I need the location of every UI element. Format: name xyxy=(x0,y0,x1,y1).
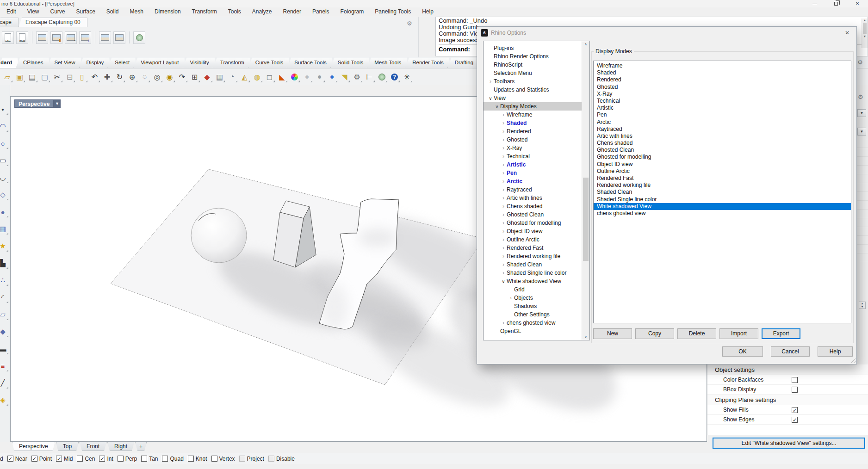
add-viewport-tab-icon[interactable]: + xyxy=(135,442,147,451)
menu-view[interactable]: View xyxy=(22,7,45,16)
mode-artistic[interactable]: Artistic xyxy=(594,105,851,111)
toolbar-tab-surface-tools[interactable]: Surface Tools xyxy=(287,58,333,68)
display-panel-combo-icon[interactable]: ▼ xyxy=(857,128,866,136)
mode-raytraced[interactable]: Raytraced xyxy=(594,126,851,133)
scrollbar-thumb[interactable] xyxy=(863,23,867,34)
sphere-icon[interactable]: ● xyxy=(0,206,8,217)
rotate-icon[interactable]: ◆ xyxy=(0,326,8,337)
cone-icon[interactable]: ◣ xyxy=(276,71,288,83)
mode-shaded[interactable]: Shaded xyxy=(594,69,851,76)
rotate-view-icon[interactable]: ↻ xyxy=(114,71,125,83)
explode-icon[interactable]: ★ xyxy=(0,241,8,252)
osnap-project-checkbox[interactable] xyxy=(239,456,245,462)
tree-item-display-modes[interactable]: ∨Display Modes xyxy=(484,102,582,111)
toolbar-tab-select[interactable]: Select xyxy=(107,58,136,68)
tree-item-chens-ghosted-view[interactable]: ›chens ghosted view xyxy=(484,319,582,327)
undo-icon[interactable]: ↶ xyxy=(89,71,100,83)
curve-edit-icon[interactable]: ◜ xyxy=(0,292,8,303)
osnap-near[interactable]: ✓Near xyxy=(7,456,27,462)
lock-icon[interactable]: ◻ xyxy=(264,71,275,83)
mode-artic-with-lines[interactable]: Artic with lines xyxy=(594,133,851,140)
tree-item-ghosted-clean[interactable]: ›Ghosted Clean xyxy=(484,210,582,219)
tree-item-rendered-fast[interactable]: ›Rendered Fast xyxy=(484,244,582,252)
tree-item-rhino-render-options[interactable]: Rhino Render Options xyxy=(484,52,582,61)
osnap-tan[interactable]: Tan xyxy=(141,456,158,462)
mode-outline-arctic[interactable]: Outline Arctic xyxy=(594,168,851,175)
osnap-mid[interactable]: ✓Mid xyxy=(56,456,73,462)
tree-item-rendered-working-file[interactable]: ›Rendered working file xyxy=(484,252,582,260)
cancel-button[interactable]: Cancel xyxy=(771,346,810,357)
dialog-title-bar[interactable]: 6 Rhino Options ✕ xyxy=(477,27,856,39)
osnap-cen-checkbox[interactable] xyxy=(77,456,83,462)
menu-help[interactable]: Help xyxy=(416,7,439,16)
command-scrollbar[interactable]: ▲ ▼ xyxy=(862,19,868,48)
tree-item-technical[interactable]: ›Technical xyxy=(484,152,582,160)
chevron-right-icon[interactable]: › xyxy=(500,153,507,160)
toolbar-tab-dard[interactable]: dard xyxy=(0,58,19,68)
capture-view-icon[interactable] xyxy=(36,31,48,44)
osnap-perp-checkbox[interactable] xyxy=(118,456,124,462)
chevron-right-icon[interactable]: › xyxy=(500,178,507,185)
tree-item-shadows[interactable]: Shadows xyxy=(484,302,582,310)
rectangle-icon[interactable]: ▭ xyxy=(0,155,8,166)
tree-item-shaded-clean[interactable]: ›Shaded Clean xyxy=(484,260,582,269)
show-edges-checkbox[interactable]: ✓ xyxy=(792,417,798,423)
viewport-layout-icon[interactable]: ⊞ xyxy=(189,71,200,83)
tree-item-toolbars[interactable]: ›Toolbars xyxy=(484,77,582,86)
color-wheel-icon[interactable] xyxy=(289,71,300,83)
mode-x-ray[interactable]: X-Ray xyxy=(594,91,851,98)
ghosted-sphere-icon[interactable]: ● xyxy=(314,71,325,83)
tree-item-x-ray[interactable]: ›X-Ray xyxy=(484,144,582,152)
point-icon[interactable]: • xyxy=(0,104,8,115)
tree-item-plug-ins[interactable]: Plug-ins xyxy=(484,44,582,52)
tree-item-updates-and-statistics[interactable]: Updates and Statistics xyxy=(484,86,582,94)
help-button[interactable]: Help xyxy=(818,346,853,357)
chevron-right-icon[interactable]: › xyxy=(500,270,507,276)
menu-solid[interactable]: Solid xyxy=(101,7,124,16)
trim-icon[interactable]: ▙ xyxy=(0,258,8,269)
capture-download-icon[interactable]: ↓ xyxy=(79,31,91,44)
restore-button[interactable] xyxy=(828,0,844,7)
save-icon[interactable]: ▣ xyxy=(14,71,25,83)
menu-fologram[interactable]: Fologram xyxy=(335,7,370,16)
help-icon[interactable]: ? xyxy=(389,71,400,83)
mode-rendered-working-file[interactable]: Rendered working file xyxy=(594,182,851,189)
delete-button[interactable]: Delete xyxy=(677,328,716,339)
extrude-icon[interactable]: ▬ xyxy=(0,343,8,354)
chevron-right-icon[interactable]: › xyxy=(500,253,507,259)
osnap-point[interactable]: ✓Point xyxy=(31,456,52,462)
menu-render[interactable]: Render xyxy=(278,7,307,16)
tree-item-ghosted[interactable]: ›Ghosted xyxy=(484,136,582,144)
display-panel-gear-icon[interactable]: ⚙ xyxy=(858,94,863,100)
toolbar-tab-set-view[interactable]: Set View xyxy=(47,58,81,68)
osnap-int-checkbox[interactable]: ✓ xyxy=(99,456,105,462)
surface-icon[interactable]: ◇ xyxy=(0,189,8,200)
viewport-tab-perspective[interactable]: Perspective xyxy=(12,442,55,451)
menu-paneling-tools[interactable]: Paneling Tools xyxy=(369,7,416,16)
chevron-right-icon[interactable]: › xyxy=(508,295,514,301)
zoom-selected-icon[interactable]: ◉ xyxy=(164,71,175,83)
chevron-right-icon[interactable]: › xyxy=(500,320,507,326)
ellipse-icon[interactable]: ○ xyxy=(0,138,8,149)
osnap-cen[interactable]: Cen xyxy=(77,456,95,462)
chevron-right-icon[interactable]: › xyxy=(500,211,507,218)
circle-tool-icon[interactable]: ◔ xyxy=(226,71,238,83)
menu-surface[interactable]: Surface xyxy=(71,7,101,16)
lightbulb-icon[interactable]: ◍ xyxy=(251,71,263,83)
mesh-icon[interactable]: ▦ xyxy=(0,223,8,234)
section-icon[interactable]: ≡ xyxy=(0,360,8,371)
tab-cape[interactable]: cape xyxy=(0,18,19,27)
osnap-knot[interactable]: Knot xyxy=(188,456,207,462)
tree-scrollbar[interactable]: ∧ ∨ xyxy=(582,41,589,340)
paste-icon[interactable]: ▯ xyxy=(76,71,88,83)
osnap-quad-checkbox[interactable] xyxy=(162,456,168,462)
chevron-right-icon[interactable]: › xyxy=(500,236,507,243)
chevron-right-icon[interactable]: › xyxy=(500,161,507,168)
enscape-batch-image-icon[interactable]: ▫ xyxy=(113,31,125,44)
scroll-up-icon[interactable]: ∧ xyxy=(582,42,589,46)
mode-rendered[interactable]: Rendered xyxy=(594,76,851,83)
zoom-window-icon[interactable]: ◌ xyxy=(139,71,150,83)
enscape-image-icon[interactable] xyxy=(99,31,111,44)
exe-standalone-icon[interactable]: EXE xyxy=(2,31,14,44)
ok-button[interactable]: OK xyxy=(722,346,763,357)
